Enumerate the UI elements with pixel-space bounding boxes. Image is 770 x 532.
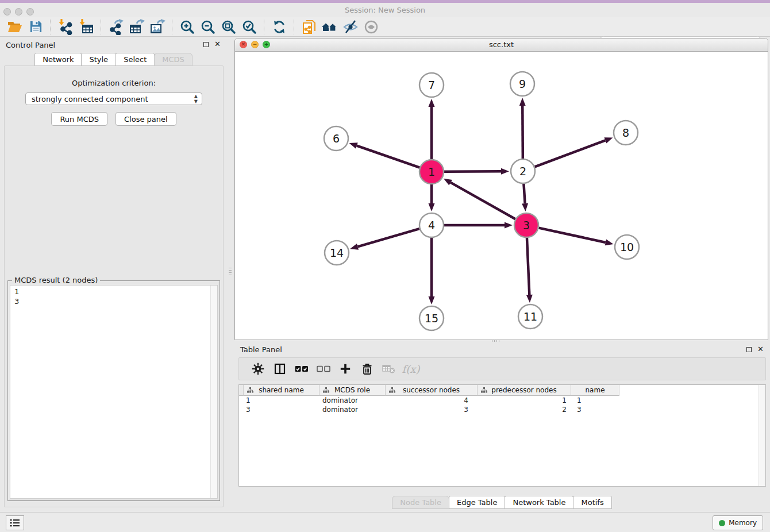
toolbar-divider: [101, 20, 102, 34]
tab-style[interactable]: Style: [81, 53, 116, 66]
graph-edge-arrow: [605, 240, 614, 246]
memory-label: Memory: [729, 519, 757, 527]
tab-select[interactable]: Select: [116, 53, 155, 66]
graph-edge-arrow: [605, 137, 613, 143]
tab-network[interactable]: Network: [34, 53, 82, 66]
graph-node-label: 3: [523, 219, 530, 232]
table-tabs: Node TableEdge TableNetwork TableMotifs: [234, 496, 770, 509]
delete-table-icon: [378, 363, 400, 375]
graph-edge-arrow: [429, 296, 435, 304]
select-all-columns-icon[interactable]: [291, 365, 313, 372]
graph-edge-arrow: [519, 98, 526, 106]
zoom-out-icon[interactable]: [198, 18, 218, 36]
panel-splitter-handle[interactable]: [229, 268, 232, 276]
toolbar-divider: [50, 20, 51, 34]
table-cell[interactable]: 3: [571, 406, 619, 414]
column-header-shared-name[interactable]: shared name: [244, 385, 319, 396]
mcds-tab-panel: Optimization criterion: strongly connect…: [4, 65, 224, 507]
graph-edge: [451, 183, 515, 219]
graph-edge: [527, 238, 529, 295]
table-panel-header: Table Panel ✕: [234, 343, 770, 356]
table-cell[interactable]: 3: [386, 406, 478, 414]
save-session-icon[interactable]: [25, 18, 46, 36]
column-header-name[interactable]: name: [571, 385, 619, 396]
graph-node-label: 8: [622, 126, 629, 139]
row-gutter: [239, 385, 244, 396]
export-table-icon[interactable]: [126, 18, 147, 36]
close-panel-icon[interactable]: ✕: [214, 40, 221, 48]
graph-edge-arrow: [349, 142, 358, 148]
table-cell[interactable]: 2: [478, 406, 571, 414]
graph-edge: [522, 106, 523, 159]
function-builder-icon: f(x): [400, 363, 422, 375]
graph-node-label: 10: [620, 241, 634, 253]
column-header-mcds-role[interactable]: MCDS role: [319, 385, 386, 396]
table-cell[interactable]: dominator: [319, 396, 386, 404]
titlebar: Session: New Session: [0, 3, 770, 17]
network-window-titlebar[interactable]: ✕ − + scc.txt: [235, 38, 768, 52]
graph-node-label: 15: [425, 312, 438, 325]
table-cell[interactable]: 3: [244, 406, 319, 414]
float-panel-icon[interactable]: [203, 42, 209, 47]
dropdown-stepper-icon: ▲▼: [194, 94, 198, 104]
first-neighbors-icon[interactable]: [319, 18, 340, 36]
tab-motifs[interactable]: Motifs: [573, 496, 611, 509]
network-title: scc.txt: [235, 40, 768, 49]
optimization-criterion-select[interactable]: strongly connected component ▲▼: [25, 92, 202, 105]
show-column-panel-icon[interactable]: [269, 363, 291, 375]
close-panel-button[interactable]: Close panel: [116, 112, 176, 126]
table-scrollbar[interactable]: [759, 385, 765, 486]
delete-column-trash-icon[interactable]: [356, 363, 378, 375]
graph-edge-arrow: [526, 295, 533, 303]
optimization-criterion-label: Optimization criterion:: [5, 79, 223, 87]
graph-node-label: 4: [428, 219, 435, 232]
graph-node-label: 2: [519, 165, 526, 178]
zoom-selected-icon[interactable]: [239, 18, 260, 36]
mcds-result-group: MCDS result (2 nodes) 1 3: [7, 280, 220, 501]
graph-edge-arrow: [429, 99, 435, 107]
graph-edge: [538, 228, 605, 242]
table-cell[interactable]: 4: [386, 396, 478, 404]
table-cell[interactable]: 1: [478, 396, 571, 404]
import-table-icon[interactable]: [76, 18, 97, 36]
column-header-predecessor-nodes[interactable]: predecessor nodes: [478, 385, 571, 396]
result-scrollbar[interactable]: [210, 286, 217, 498]
column-header-successor-nodes[interactable]: successor nodes: [386, 385, 478, 396]
create-new-column-icon[interactable]: [334, 363, 356, 375]
deselect-all-columns-icon[interactable]: [313, 365, 334, 372]
node-table-header: shared nameMCDS rolesuccessor nodesprede…: [239, 385, 765, 396]
mcds-result-text[interactable]: 1 3: [10, 285, 218, 499]
table-panel: Table Panel ✕ f(x) shared nameMCDS: [234, 343, 770, 512]
memory-status-icon: [719, 520, 725, 526]
selected-criterion: strongly connected component: [32, 95, 148, 103]
table-settings-gear-icon[interactable]: [247, 363, 269, 375]
open-session-icon[interactable]: [5, 18, 25, 36]
import-network-icon[interactable]: [55, 18, 76, 36]
table-row[interactable]: 3dominator323: [239, 405, 765, 414]
network-canvas[interactable]: 1234678910111415: [235, 52, 768, 340]
graph-edge: [535, 140, 606, 167]
tab-node-table[interactable]: Node Table: [392, 496, 449, 509]
zoom-in-icon[interactable]: [177, 18, 198, 36]
table-cell[interactable]: dominator: [319, 406, 386, 414]
table-close-icon[interactable]: ✕: [757, 345, 764, 353]
memory-button[interactable]: Memory: [713, 515, 763, 530]
run-mcds-button[interactable]: Run MCDS: [51, 112, 107, 126]
status-bar: Memory: [0, 512, 770, 532]
tab-network-table[interactable]: Network Table: [505, 496, 573, 509]
zoom-fit-icon[interactable]: [218, 18, 239, 36]
graph-edge: [357, 229, 419, 246]
table-cell[interactable]: 1: [244, 396, 319, 404]
new-network-from-selection-icon[interactable]: [299, 18, 319, 36]
table-float-icon[interactable]: [746, 347, 752, 352]
export-network-icon[interactable]: [106, 18, 126, 36]
tab-edge-table[interactable]: Edge Table: [449, 496, 505, 509]
graph-edge-arrow: [429, 203, 435, 211]
tab-mcds[interactable]: MCDS: [154, 53, 192, 66]
hide-graphics-details-icon[interactable]: [340, 18, 361, 36]
task-history-button[interactable]: [6, 515, 24, 530]
refresh-view-icon[interactable]: [269, 18, 290, 36]
table-row[interactable]: 1dominator411: [239, 396, 765, 405]
export-image-icon[interactable]: [147, 18, 168, 36]
table-cell[interactable]: 1: [571, 396, 619, 404]
